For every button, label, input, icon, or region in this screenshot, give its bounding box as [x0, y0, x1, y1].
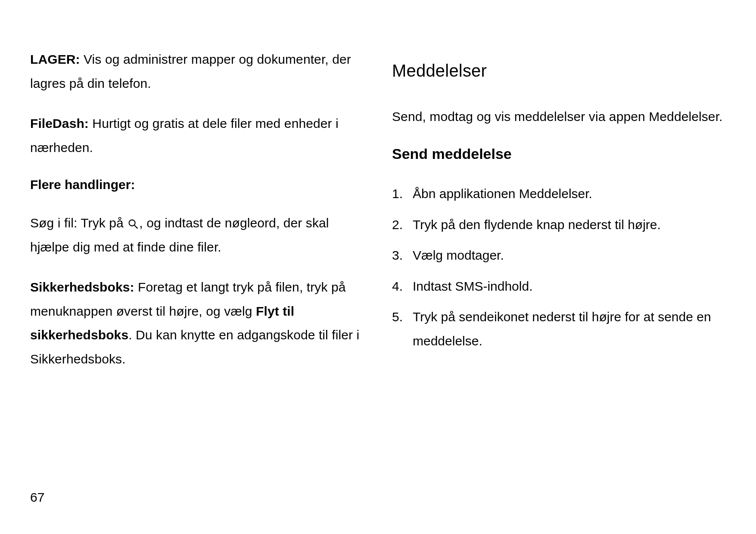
meddelelser-intro: Send, modtag og vis meddelelser via appe…	[392, 105, 724, 129]
search-paragraph: Søg i fil: Tryk på , og indtast de nøgle…	[30, 211, 362, 259]
list-item: Tryk på sendeikonet nederst til højre fo…	[392, 305, 724, 353]
two-column-layout: LAGER: Vis og administrer mapper og doku…	[30, 47, 726, 387]
filedash-label: FileDash:	[30, 116, 89, 130]
section-title-meddelelser: Meddelelser	[392, 60, 724, 81]
list-item: Åbn applikationen Meddelelser.	[392, 182, 724, 206]
filedash-paragraph: FileDash: Hurtigt og gratis at dele file…	[30, 112, 362, 159]
list-item: Tryk på den flydende knap nederst til hø…	[392, 213, 724, 237]
left-column: LAGER: Vis og administrer mapper og doku…	[30, 47, 362, 387]
list-item: Vælg modtager.	[392, 243, 724, 267]
send-steps-list: Åbn applikationen Meddelelser. Tryk på d…	[392, 182, 724, 353]
subheading-send-meddelelse: Send meddelelse	[392, 145, 724, 163]
safebox-paragraph: Sikkerhedsboks: Foretag et langt tryk på…	[30, 275, 362, 371]
search-prefix: Søg i fil: Tryk på	[30, 216, 127, 230]
document-page: LAGER: Vis og administrer mapper og doku…	[0, 0, 756, 534]
page-number: 67	[30, 490, 44, 505]
right-column: Meddelelser Send, modtag og vis meddelel…	[392, 47, 724, 387]
svg-point-0	[129, 220, 135, 226]
search-icon	[127, 214, 139, 226]
list-item: Indtast SMS-indhold.	[392, 274, 724, 298]
lager-paragraph: LAGER: Vis og administrer mapper og doku…	[30, 47, 362, 95]
more-actions-heading: Flere handlinger:	[30, 176, 362, 194]
safebox-label: Sikkerhedsboks:	[30, 280, 134, 294]
lager-label: LAGER:	[30, 52, 80, 66]
